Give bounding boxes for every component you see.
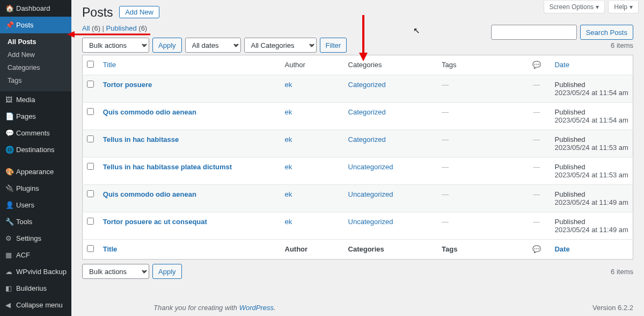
sidebar-label: Users (16, 201, 34, 209)
users-icon: 👤 (5, 201, 16, 209)
sidebar-item-builderius[interactable]: ◧Builderius (0, 280, 71, 297)
author-link[interactable]: ek (285, 81, 292, 89)
category-link[interactable]: Categorized (348, 135, 386, 143)
apply-button[interactable]: Apply (152, 38, 182, 53)
add-new-button[interactable]: Add New (119, 6, 159, 18)
category-link[interactable]: Categorized (348, 108, 386, 116)
status-link-all[interactable]: All (82, 24, 90, 32)
filter-dates-select[interactable]: All dates (185, 38, 241, 53)
tags-cell: — (442, 190, 449, 198)
author-link[interactable]: ek (285, 190, 292, 198)
sidebar-item-destinations[interactable]: 🌐Destinations (0, 141, 71, 158)
sidebar-item-collapse-menu[interactable]: ◀Collapse menu (0, 297, 71, 313)
sidebar-subitem-categories[interactable]: Categories (0, 61, 71, 74)
sidebar-item-acf[interactable]: ▦ACF (0, 247, 71, 263)
select-all-checkbox-bottom[interactable] (87, 245, 94, 252)
page-title: Posts (82, 5, 113, 20)
sidebar-item-comments[interactable]: 💬Comments (0, 125, 71, 141)
table-row: Quis commodo odio aeneanekCategorized——P… (83, 103, 633, 130)
col-title[interactable]: Title (99, 240, 281, 260)
sidebar-item-wpvivid-backup[interactable]: ☁WPvivid Backup (0, 263, 71, 280)
apply-button-bottom[interactable]: Apply (152, 264, 182, 279)
post-date: 2023/05/24 at 11:54 am (554, 116, 628, 124)
sidebar-subitem-tags[interactable]: Tags (0, 74, 71, 87)
col-tags[interactable]: Tags (437, 240, 523, 260)
sidebar-item-settings[interactable]: ⚙Settings (0, 230, 71, 247)
col-categories[interactable]: Categories (344, 240, 438, 260)
post-title-link[interactable]: Tellus in hac habitasse platea dictumst (103, 163, 232, 171)
post-title-link[interactable]: Tortor posuere (103, 81, 152, 89)
bulk-actions-select-bottom[interactable]: Bulk actions (82, 264, 149, 279)
select-all-checkbox[interactable] (87, 61, 94, 68)
col-date[interactable]: Date (550, 55, 633, 75)
tags-cell: — (442, 218, 449, 226)
sidebar-label: Plugins (16, 184, 39, 192)
author-link[interactable]: ek (285, 163, 292, 171)
comments-cell: — (533, 135, 540, 143)
col-date[interactable]: Date (550, 240, 633, 260)
sidebar-item-posts[interactable]: 📌 Posts (0, 17, 71, 33)
sidebar-item-appearance[interactable]: 🎨Appearance (0, 163, 71, 180)
bulk-actions-select[interactable]: Bulk actions (82, 38, 149, 53)
col-author[interactable]: Author (281, 55, 344, 75)
item-count: 6 items (611, 41, 633, 49)
help-toggle[interactable]: Help ▾ (608, 1, 639, 13)
builderius-icon: ◧ (5, 284, 16, 292)
main-content: Screen Options ▾ Help ▾ Posts Add New Al… (71, 0, 644, 316)
sidebar-subitem-all-posts[interactable]: All Posts (0, 35, 71, 48)
row-checkbox[interactable] (87, 163, 94, 170)
sidebar-item-dashboard[interactable]: 🏠 Dashboard (0, 0, 71, 17)
category-link[interactable]: Uncategorized (348, 218, 393, 226)
col-comments[interactable]: 💬 (523, 55, 550, 75)
category-link[interactable]: Uncategorized (348, 190, 393, 198)
row-checkbox[interactable] (87, 81, 94, 88)
screen-options-toggle[interactable]: Screen Options ▾ (544, 1, 605, 13)
author-link[interactable]: ek (285, 108, 292, 116)
post-title-link[interactable]: Tortor posuere ac ut consequat (103, 218, 207, 226)
post-status: Published (554, 135, 585, 143)
row-checkbox[interactable] (87, 108, 94, 115)
item-count-bottom: 6 items (611, 268, 633, 276)
col-title[interactable]: Title (99, 55, 281, 75)
sidebar-item-users[interactable]: 👤Users (0, 197, 71, 213)
row-checkbox[interactable] (87, 135, 94, 142)
author-link[interactable]: ek (285, 218, 292, 226)
sidebar-item-tools[interactable]: 🔧Tools (0, 213, 71, 230)
category-link[interactable]: Uncategorized (348, 163, 393, 171)
sidebar-label: Posts (16, 21, 34, 29)
comments-icon: 💬 (5, 129, 16, 137)
row-checkbox[interactable] (87, 218, 94, 225)
col-tags[interactable]: Tags (437, 55, 523, 75)
comments-cell: — (533, 190, 540, 198)
sidebar-item-plugins[interactable]: 🔌Plugins (0, 180, 71, 197)
post-status: Published (554, 218, 585, 226)
caret-down-icon: ▾ (630, 3, 633, 11)
search-posts-button[interactable]: Search Posts (580, 25, 633, 40)
pages-icon: 📄 (5, 112, 16, 120)
search-box: Search Posts (491, 25, 633, 40)
row-checkbox[interactable] (87, 190, 94, 197)
sidebar-item-pages[interactable]: 📄Pages (0, 108, 71, 125)
col-comments[interactable]: 💬 (523, 240, 550, 260)
comment-bubble-icon: 💬 (532, 245, 541, 253)
sidebar-item-media[interactable]: 🖼Media (0, 91, 71, 108)
sidebar-subitem-add-new[interactable]: Add New (0, 48, 71, 61)
search-input[interactable] (491, 25, 577, 40)
filter-categories-select[interactable]: All Categories (244, 38, 317, 53)
col-author[interactable]: Author (281, 240, 344, 260)
post-title-link[interactable]: Quis commodo odio aenean (103, 108, 196, 116)
tablenav-top: Bulk actions Apply All dates All Categor… (82, 38, 633, 53)
wordpress-link[interactable]: WordPress (239, 304, 274, 312)
appearance-icon: 🎨 (5, 168, 16, 176)
filter-button[interactable]: Filter (320, 38, 347, 53)
status-link-published[interactable]: Published (106, 24, 137, 32)
author-link[interactable]: ek (285, 135, 292, 143)
admin-footer: Thank you for creating with WordPress. V… (153, 304, 633, 312)
post-status: Published (554, 163, 585, 171)
post-title-link[interactable]: Tellus in hac habitasse (103, 135, 179, 143)
version-text: Version 6.2.2 (592, 304, 633, 312)
post-title-link[interactable]: Quis commodo odio aenean (103, 190, 196, 198)
col-categories[interactable]: Categories (344, 55, 438, 75)
sidebar-label: Pages (16, 112, 36, 120)
category-link[interactable]: Categorized (348, 81, 386, 89)
